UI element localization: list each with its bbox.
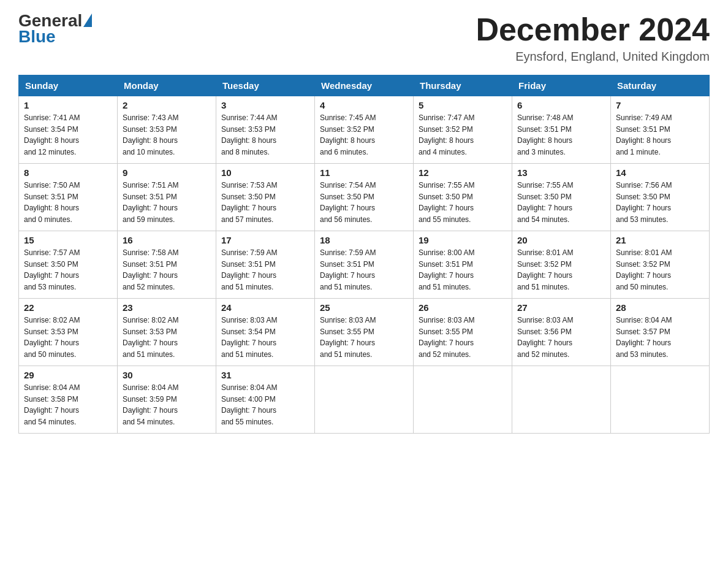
calendar-cell: 3Sunrise: 7:44 AMSunset: 3:53 PMDaylight…	[216, 96, 315, 164]
calendar-cell	[512, 366, 611, 434]
day-number: 4	[320, 100, 408, 110]
day-info: Sunrise: 7:59 AMSunset: 3:51 PMDaylight:…	[320, 247, 408, 293]
calendar-cell: 1Sunrise: 7:41 AMSunset: 3:54 PMDaylight…	[19, 96, 118, 164]
calendar-week-row: 1Sunrise: 7:41 AMSunset: 3:54 PMDaylight…	[19, 96, 710, 164]
calendar-cell: 28Sunrise: 8:04 AMSunset: 3:57 PMDayligh…	[611, 299, 710, 366]
day-number: 21	[616, 235, 704, 245]
day-info: Sunrise: 7:44 AMSunset: 3:53 PMDaylight:…	[221, 112, 309, 158]
calendar-cell: 20Sunrise: 8:01 AMSunset: 3:52 PMDayligh…	[512, 231, 611, 299]
calendar-cell: 26Sunrise: 8:03 AMSunset: 3:55 PMDayligh…	[414, 299, 512, 366]
day-number: 3	[221, 100, 309, 110]
day-number: 15	[24, 235, 112, 245]
calendar-week-row: 8Sunrise: 7:50 AMSunset: 3:51 PMDaylight…	[19, 164, 710, 231]
day-number: 27	[517, 302, 605, 313]
calendar-cell: 13Sunrise: 7:55 AMSunset: 3:50 PMDayligh…	[512, 164, 611, 231]
col-header-thursday: Thursday	[414, 75, 512, 96]
calendar-cell: 31Sunrise: 8:04 AMSunset: 4:00 PMDayligh…	[216, 366, 315, 434]
day-info: Sunrise: 8:02 AMSunset: 3:53 PMDaylight:…	[123, 315, 211, 360]
col-header-wednesday: Wednesday	[315, 75, 414, 96]
day-info: Sunrise: 8:04 AMSunset: 3:58 PMDaylight:…	[24, 382, 112, 427]
day-number: 26	[419, 302, 507, 313]
day-number: 31	[221, 370, 309, 380]
day-number: 7	[616, 100, 704, 110]
day-number: 10	[221, 167, 309, 178]
calendar-cell	[611, 366, 710, 434]
page-header: General Blue December 2024 Eynsford, Eng…	[18, 12, 710, 64]
day-info: Sunrise: 8:04 AMSunset: 4:00 PMDaylight:…	[221, 382, 309, 427]
day-info: Sunrise: 7:45 AMSunset: 3:52 PMDaylight:…	[320, 112, 408, 158]
day-info: Sunrise: 8:03 AMSunset: 3:56 PMDaylight:…	[517, 315, 605, 360]
calendar-cell: 2Sunrise: 7:43 AMSunset: 3:53 PMDaylight…	[118, 96, 216, 164]
day-info: Sunrise: 8:03 AMSunset: 3:54 PMDaylight:…	[221, 315, 309, 360]
day-number: 25	[320, 302, 408, 313]
calendar-cell: 27Sunrise: 8:03 AMSunset: 3:56 PMDayligh…	[512, 299, 611, 366]
calendar-week-row: 15Sunrise: 7:57 AMSunset: 3:50 PMDayligh…	[19, 231, 710, 299]
day-number: 2	[123, 100, 211, 110]
day-info: Sunrise: 8:02 AMSunset: 3:53 PMDaylight:…	[24, 315, 112, 360]
day-number: 16	[123, 235, 211, 245]
day-info: Sunrise: 7:41 AMSunset: 3:54 PMDaylight:…	[24, 112, 112, 158]
calendar-cell: 6Sunrise: 7:48 AMSunset: 3:51 PMDaylight…	[512, 96, 611, 164]
day-number: 6	[517, 100, 605, 110]
day-number: 5	[419, 100, 507, 110]
calendar-cell: 16Sunrise: 7:58 AMSunset: 3:51 PMDayligh…	[118, 231, 216, 299]
day-info: Sunrise: 7:53 AMSunset: 3:50 PMDaylight:…	[221, 180, 309, 225]
day-info: Sunrise: 7:56 AMSunset: 3:50 PMDaylight:…	[616, 180, 704, 225]
day-info: Sunrise: 8:00 AMSunset: 3:51 PMDaylight:…	[419, 247, 507, 293]
calendar-cell: 4Sunrise: 7:45 AMSunset: 3:52 PMDaylight…	[315, 96, 414, 164]
day-number: 13	[517, 167, 605, 178]
col-header-tuesday: Tuesday	[216, 75, 315, 96]
calendar-cell: 10Sunrise: 7:53 AMSunset: 3:50 PMDayligh…	[216, 164, 315, 231]
col-header-monday: Monday	[118, 75, 216, 96]
day-info: Sunrise: 8:01 AMSunset: 3:52 PMDaylight:…	[616, 247, 704, 293]
day-info: Sunrise: 7:59 AMSunset: 3:51 PMDaylight:…	[221, 247, 309, 293]
title-block: December 2024 Eynsford, England, United …	[476, 12, 710, 64]
day-number: 8	[24, 167, 112, 178]
day-info: Sunrise: 7:51 AMSunset: 3:51 PMDaylight:…	[123, 180, 211, 225]
day-number: 18	[320, 235, 408, 245]
calendar-cell: 18Sunrise: 7:59 AMSunset: 3:51 PMDayligh…	[315, 231, 414, 299]
col-header-saturday: Saturday	[611, 75, 710, 96]
day-info: Sunrise: 7:57 AMSunset: 3:50 PMDaylight:…	[24, 247, 112, 293]
calendar-cell: 24Sunrise: 8:03 AMSunset: 3:54 PMDayligh…	[216, 299, 315, 366]
calendar-cell	[414, 366, 512, 434]
calendar-cell: 29Sunrise: 8:04 AMSunset: 3:58 PMDayligh…	[19, 366, 118, 434]
day-number: 29	[24, 370, 112, 380]
day-info: Sunrise: 7:55 AMSunset: 3:50 PMDaylight:…	[517, 180, 605, 225]
day-info: Sunrise: 7:43 AMSunset: 3:53 PMDaylight:…	[123, 112, 211, 158]
day-number: 30	[123, 370, 211, 380]
calendar-cell: 11Sunrise: 7:54 AMSunset: 3:50 PMDayligh…	[315, 164, 414, 231]
calendar-cell: 9Sunrise: 7:51 AMSunset: 3:51 PMDaylight…	[118, 164, 216, 231]
calendar-header-row: SundayMondayTuesdayWednesdayThursdayFrid…	[19, 75, 710, 96]
day-number: 17	[221, 235, 309, 245]
day-info: Sunrise: 8:04 AMSunset: 3:57 PMDaylight:…	[616, 315, 704, 360]
col-header-friday: Friday	[512, 75, 611, 96]
day-number: 22	[24, 302, 112, 313]
calendar-week-row: 29Sunrise: 8:04 AMSunset: 3:58 PMDayligh…	[19, 366, 710, 434]
day-info: Sunrise: 7:47 AMSunset: 3:52 PMDaylight:…	[419, 112, 507, 158]
day-info: Sunrise: 7:48 AMSunset: 3:51 PMDaylight:…	[517, 112, 605, 158]
calendar-cell: 21Sunrise: 8:01 AMSunset: 3:52 PMDayligh…	[611, 231, 710, 299]
col-header-sunday: Sunday	[19, 75, 118, 96]
day-info: Sunrise: 7:55 AMSunset: 3:50 PMDaylight:…	[419, 180, 507, 225]
day-info: Sunrise: 8:04 AMSunset: 3:59 PMDaylight:…	[123, 382, 211, 427]
calendar-cell: 5Sunrise: 7:47 AMSunset: 3:52 PMDaylight…	[414, 96, 512, 164]
calendar-cell: 19Sunrise: 8:00 AMSunset: 3:51 PMDayligh…	[414, 231, 512, 299]
calendar-cell: 25Sunrise: 8:03 AMSunset: 3:55 PMDayligh…	[315, 299, 414, 366]
calendar-cell: 23Sunrise: 8:02 AMSunset: 3:53 PMDayligh…	[118, 299, 216, 366]
day-number: 20	[517, 235, 605, 245]
calendar-cell: 8Sunrise: 7:50 AMSunset: 3:51 PMDaylight…	[19, 164, 118, 231]
logo-triangle-icon	[83, 13, 92, 27]
calendar-cell: 7Sunrise: 7:49 AMSunset: 3:51 PMDaylight…	[611, 96, 710, 164]
calendar-cell: 30Sunrise: 8:04 AMSunset: 3:59 PMDayligh…	[118, 366, 216, 434]
month-title: December 2024	[476, 12, 710, 47]
day-number: 11	[320, 167, 408, 178]
calendar-cell: 17Sunrise: 7:59 AMSunset: 3:51 PMDayligh…	[216, 231, 315, 299]
day-number: 28	[616, 302, 704, 313]
calendar-week-row: 22Sunrise: 8:02 AMSunset: 3:53 PMDayligh…	[19, 299, 710, 366]
calendar-table: SundayMondayTuesdayWednesdayThursdayFrid…	[18, 75, 710, 434]
location-subtitle: Eynsford, England, United Kingdom	[476, 50, 710, 64]
day-number: 9	[123, 167, 211, 178]
day-number: 14	[616, 167, 704, 178]
day-info: Sunrise: 8:03 AMSunset: 3:55 PMDaylight:…	[419, 315, 507, 360]
